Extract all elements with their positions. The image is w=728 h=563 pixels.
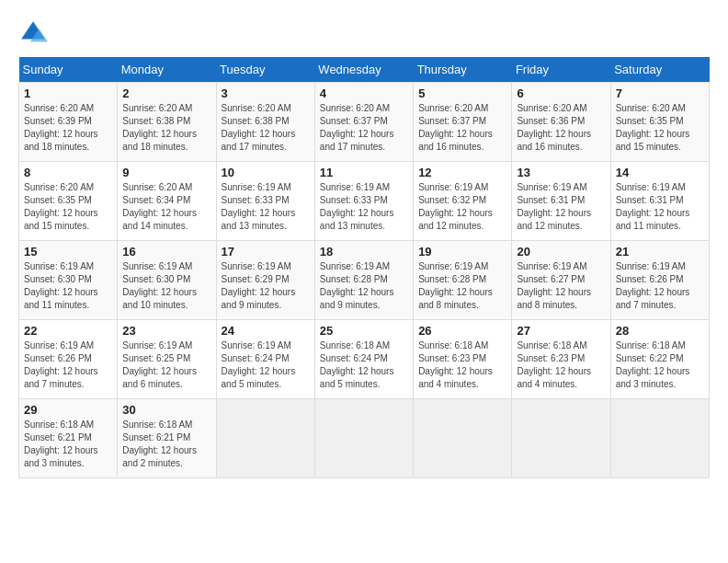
weekday-tuesday: Tuesday: [216, 57, 314, 83]
calendar-cell: 20Sunrise: 6:19 AM Sunset: 6:27 PM Dayli…: [512, 241, 610, 320]
day-info: Sunrise: 6:19 AM Sunset: 6:33 PM Dayligh…: [320, 181, 408, 233]
day-info: Sunrise: 6:20 AM Sunset: 6:38 PM Dayligh…: [222, 102, 310, 154]
calendar-cell: 10Sunrise: 6:19 AM Sunset: 6:33 PM Dayli…: [216, 162, 314, 241]
day-number: 23: [122, 324, 210, 338]
calendar-cell: 15Sunrise: 6:19 AM Sunset: 6:30 PM Dayli…: [19, 241, 118, 320]
day-info: Sunrise: 6:19 AM Sunset: 6:26 PM Dayligh…: [616, 260, 704, 312]
weekday-friday: Friday: [512, 57, 610, 83]
calendar-cell: 2Sunrise: 6:20 AM Sunset: 6:38 PM Daylig…: [118, 83, 216, 162]
calendar-cell: 24Sunrise: 6:19 AM Sunset: 6:24 PM Dayli…: [216, 320, 314, 399]
calendar-week-4: 22Sunrise: 6:19 AM Sunset: 6:26 PM Dayli…: [19, 320, 710, 399]
calendar-cell: 8Sunrise: 6:20 AM Sunset: 6:35 PM Daylig…: [19, 162, 118, 241]
day-info: Sunrise: 6:19 AM Sunset: 6:26 PM Dayligh…: [24, 339, 112, 391]
day-info: Sunrise: 6:19 AM Sunset: 6:30 PM Dayligh…: [24, 260, 112, 312]
calendar-cell: 16Sunrise: 6:19 AM Sunset: 6:30 PM Dayli…: [118, 241, 216, 320]
day-number: 9: [122, 166, 210, 179]
calendar-cell: 29Sunrise: 6:18 AM Sunset: 6:21 PM Dayli…: [19, 399, 118, 478]
day-number: 2: [122, 86, 210, 100]
day-info: Sunrise: 6:18 AM Sunset: 6:21 PM Dayligh…: [24, 419, 112, 470]
calendar-cell: 5Sunrise: 6:20 AM Sunset: 6:37 PM Daylig…: [414, 83, 512, 162]
calendar-cell: 22Sunrise: 6:19 AM Sunset: 6:26 PM Dayli…: [19, 320, 118, 399]
day-info: Sunrise: 6:19 AM Sunset: 6:25 PM Dayligh…: [122, 339, 210, 391]
calendar-cell: [610, 399, 709, 478]
calendar-cell: 4Sunrise: 6:20 AM Sunset: 6:37 PM Daylig…: [314, 83, 413, 162]
weekday-monday: Monday: [118, 57, 216, 83]
day-number: 4: [320, 86, 408, 100]
day-info: Sunrise: 6:19 AM Sunset: 6:28 PM Dayligh…: [320, 260, 408, 312]
calendar-table: SundayMondayTuesdayWednesdayThursdayFrid…: [18, 57, 710, 478]
day-number: 3: [222, 86, 310, 100]
day-number: 7: [616, 86, 704, 100]
day-number: 16: [122, 245, 210, 259]
weekday-sunday: Sunday: [19, 57, 118, 83]
day-info: Sunrise: 6:20 AM Sunset: 6:34 PM Dayligh…: [122, 181, 210, 233]
day-info: Sunrise: 6:20 AM Sunset: 6:38 PM Dayligh…: [122, 102, 210, 154]
day-info: Sunrise: 6:18 AM Sunset: 6:21 PM Dayligh…: [122, 419, 210, 470]
calendar-cell: 21Sunrise: 6:19 AM Sunset: 6:26 PM Dayli…: [610, 241, 709, 320]
calendar-cell: 14Sunrise: 6:19 AM Sunset: 6:31 PM Dayli…: [610, 162, 709, 241]
calendar-week-5: 29Sunrise: 6:18 AM Sunset: 6:21 PM Dayli…: [19, 399, 710, 478]
day-number: 30: [122, 403, 210, 417]
day-number: 12: [418, 166, 506, 179]
day-info: Sunrise: 6:19 AM Sunset: 6:24 PM Dayligh…: [222, 339, 310, 391]
day-number: 22: [24, 324, 112, 338]
day-number: 15: [24, 245, 112, 259]
calendar-cell: 3Sunrise: 6:20 AM Sunset: 6:38 PM Daylig…: [216, 83, 314, 162]
day-number: 6: [517, 86, 605, 100]
calendar-cell: 13Sunrise: 6:19 AM Sunset: 6:31 PM Dayli…: [512, 162, 610, 241]
weekday-saturday: Saturday: [610, 57, 709, 83]
day-info: Sunrise: 6:18 AM Sunset: 6:22 PM Dayligh…: [616, 339, 704, 391]
logo-icon: [18, 18, 48, 48]
calendar-cell: 9Sunrise: 6:20 AM Sunset: 6:34 PM Daylig…: [118, 162, 216, 241]
calendar-cell: 1Sunrise: 6:20 AM Sunset: 6:39 PM Daylig…: [19, 83, 118, 162]
day-number: 27: [517, 324, 605, 338]
calendar-cell: 19Sunrise: 6:19 AM Sunset: 6:28 PM Dayli…: [414, 241, 512, 320]
day-info: Sunrise: 6:18 AM Sunset: 6:23 PM Dayligh…: [418, 339, 506, 391]
day-number: 1: [24, 86, 112, 100]
day-number: 8: [24, 166, 112, 179]
day-info: Sunrise: 6:19 AM Sunset: 6:31 PM Dayligh…: [616, 181, 704, 233]
day-number: 19: [418, 245, 506, 259]
calendar-cell: 26Sunrise: 6:18 AM Sunset: 6:23 PM Dayli…: [414, 320, 512, 399]
day-info: Sunrise: 6:19 AM Sunset: 6:28 PM Dayligh…: [418, 260, 506, 312]
calendar-cell: 7Sunrise: 6:20 AM Sunset: 6:35 PM Daylig…: [610, 83, 709, 162]
day-info: Sunrise: 6:19 AM Sunset: 6:32 PM Dayligh…: [418, 181, 506, 233]
weekday-wednesday: Wednesday: [314, 57, 413, 83]
day-number: 11: [320, 166, 408, 179]
day-number: 24: [222, 324, 310, 338]
day-info: Sunrise: 6:19 AM Sunset: 6:29 PM Dayligh…: [222, 260, 310, 312]
day-info: Sunrise: 6:20 AM Sunset: 6:36 PM Dayligh…: [517, 102, 605, 154]
day-info: Sunrise: 6:20 AM Sunset: 6:37 PM Dayligh…: [320, 102, 408, 154]
day-number: 17: [222, 245, 310, 259]
day-number: 28: [616, 324, 704, 338]
calendar-cell: 12Sunrise: 6:19 AM Sunset: 6:32 PM Dayli…: [414, 162, 512, 241]
weekday-thursday: Thursday: [414, 57, 512, 83]
calendar-week-3: 15Sunrise: 6:19 AM Sunset: 6:30 PM Dayli…: [19, 241, 710, 320]
day-info: Sunrise: 6:20 AM Sunset: 6:39 PM Dayligh…: [24, 102, 112, 154]
weekday-header-row: SundayMondayTuesdayWednesdayThursdayFrid…: [19, 57, 710, 83]
page-header: [18, 18, 710, 48]
calendar-cell: 27Sunrise: 6:18 AM Sunset: 6:23 PM Dayli…: [512, 320, 610, 399]
day-info: Sunrise: 6:20 AM Sunset: 6:35 PM Dayligh…: [24, 181, 112, 233]
calendar-cell: 11Sunrise: 6:19 AM Sunset: 6:33 PM Dayli…: [314, 162, 413, 241]
day-number: 14: [616, 166, 704, 179]
calendar-body: 1Sunrise: 6:20 AM Sunset: 6:39 PM Daylig…: [19, 83, 710, 478]
day-number: 5: [418, 86, 506, 100]
calendar-cell: 6Sunrise: 6:20 AM Sunset: 6:36 PM Daylig…: [512, 83, 610, 162]
day-info: Sunrise: 6:18 AM Sunset: 6:23 PM Dayligh…: [517, 339, 605, 391]
calendar-cell: 28Sunrise: 6:18 AM Sunset: 6:22 PM Dayli…: [610, 320, 709, 399]
calendar-week-2: 8Sunrise: 6:20 AM Sunset: 6:35 PM Daylig…: [19, 162, 710, 241]
logo: [18, 18, 51, 48]
calendar-cell: 23Sunrise: 6:19 AM Sunset: 6:25 PM Dayli…: [118, 320, 216, 399]
calendar-cell: [314, 399, 413, 478]
calendar-cell: 18Sunrise: 6:19 AM Sunset: 6:28 PM Dayli…: [314, 241, 413, 320]
day-info: Sunrise: 6:18 AM Sunset: 6:24 PM Dayligh…: [320, 339, 408, 391]
day-info: Sunrise: 6:19 AM Sunset: 6:30 PM Dayligh…: [122, 260, 210, 312]
day-number: 25: [320, 324, 408, 338]
day-info: Sunrise: 6:19 AM Sunset: 6:31 PM Dayligh…: [517, 181, 605, 233]
day-number: 21: [616, 245, 704, 259]
calendar-header: SundayMondayTuesdayWednesdayThursdayFrid…: [19, 57, 710, 83]
calendar-cell: 25Sunrise: 6:18 AM Sunset: 6:24 PM Dayli…: [314, 320, 413, 399]
day-number: 26: [418, 324, 506, 338]
day-number: 20: [517, 245, 605, 259]
